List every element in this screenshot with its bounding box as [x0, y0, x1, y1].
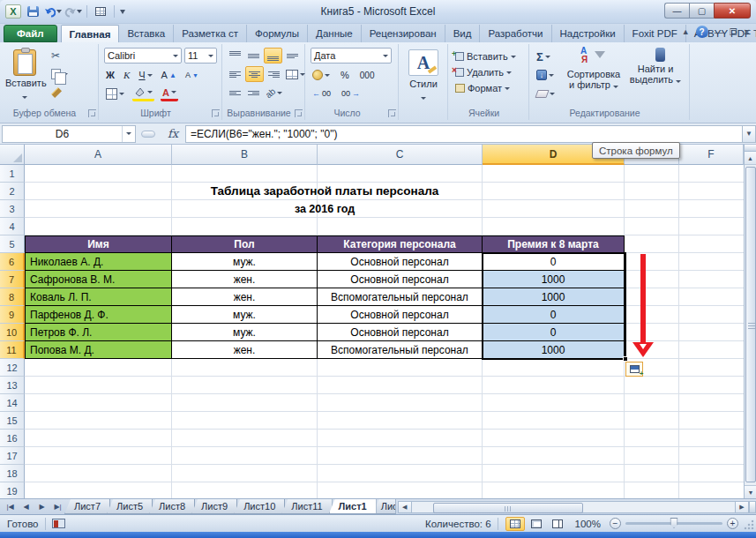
last-sheet-icon[interactable]: ▶|	[50, 501, 65, 513]
maximize-button[interactable]: ▢	[689, 3, 714, 19]
paste-button[interactable]: Вставить	[5, 48, 44, 106]
align-middle-button[interactable]	[245, 48, 262, 64]
clear-button[interactable]	[535, 86, 557, 101]
cell-a11[interactable]: Попова М. Д.	[25, 341, 172, 359]
ribbon-tab-Файл[interactable]: Файл	[4, 25, 57, 42]
row-header-17[interactable]: 17	[0, 447, 25, 465]
fill-color-button[interactable]	[132, 86, 154, 101]
row-header-1[interactable]: 1	[0, 165, 25, 183]
orientation-button[interactable]: ab	[264, 85, 284, 101]
scroll-left-icon[interactable]: ◀	[398, 501, 412, 513]
merge-center-button[interactable]	[284, 66, 307, 82]
ribbon-tab-Главная[interactable]: Главная	[61, 25, 120, 42]
font-color-button[interactable]: А	[161, 86, 178, 101]
number-dialog-launcher[interactable]	[388, 109, 396, 117]
font-name-select[interactable]: Calibri	[104, 48, 182, 64]
row-header-2[interactable]: 2	[0, 183, 25, 200]
cell-c9[interactable]: Основной персонал	[318, 306, 483, 324]
doc-restore-icon[interactable]: ❐	[730, 27, 737, 37]
ribbon-tab-Данные[interactable]: Данные	[308, 25, 362, 42]
zoom-level[interactable]: 100%	[575, 519, 601, 529]
italic-button[interactable]: К	[122, 67, 131, 83]
align-bottom-button[interactable]	[264, 48, 282, 64]
name-box-dropdown-icon[interactable]	[122, 126, 135, 142]
ribbon-tab-Рецензирован[interactable]: Рецензирован	[362, 25, 445, 42]
expand-formula-bar-icon[interactable]: ▼	[742, 125, 756, 143]
minimize-button[interactable]: —	[664, 3, 689, 19]
decrease-decimal-button[interactable]: 00→	[340, 86, 362, 101]
shrink-font-button[interactable]: А▼	[183, 67, 200, 83]
percent-button[interactable]: %	[339, 67, 351, 83]
formula-input[interactable]: =ЕСЛИ(B6="жен."; "1000"; "0")	[185, 125, 742, 143]
clipboard-dialog-launcher[interactable]	[88, 109, 96, 117]
cell-a10[interactable]: Петров Ф. Л.	[25, 324, 172, 341]
column-header-B[interactable]: B	[172, 145, 318, 165]
cell-c8[interactable]: Вспомогательный персонал	[318, 288, 483, 306]
macro-record-icon[interactable]	[52, 519, 65, 528]
sheet-tab-Лист8[interactable]: Лист8	[149, 499, 195, 514]
ribbon-tab-Надстройки[interactable]: Надстройки	[552, 25, 625, 42]
paste-dropdown-icon[interactable]	[22, 96, 27, 99]
zoom-track[interactable]	[625, 522, 722, 525]
grow-font-button[interactable]: А▲	[160, 67, 178, 83]
row-header-10[interactable]: 10	[0, 324, 25, 341]
row-header-9[interactable]: 9	[0, 306, 25, 324]
cell-d8[interactable]: 1000	[483, 288, 625, 306]
ribbon-tab-Разработчи[interactable]: Разработчи	[480, 25, 551, 42]
cell-b9[interactable]: муж.	[172, 306, 318, 324]
cell-a6[interactable]: Николаев А. Д.	[25, 253, 172, 271]
number-format-select[interactable]: Дата	[311, 48, 392, 64]
horizontal-split-handle[interactable]	[749, 501, 756, 513]
zoom-thumb[interactable]	[670, 518, 678, 528]
resize-grip[interactable]	[743, 519, 754, 530]
cell-c10[interactable]: Основной персонал	[318, 324, 483, 341]
row-header-16[interactable]: 16	[0, 430, 25, 447]
zoom-in-button[interactable]: +	[727, 518, 738, 529]
row-header-7[interactable]: 7	[0, 271, 25, 288]
row-header-19[interactable]: 19	[0, 482, 25, 500]
sort-filter-button[interactable]: А Я Сортировкаи фильтр	[565, 48, 623, 90]
cell-b10[interactable]: муж.	[172, 324, 318, 341]
cell-d9[interactable]: 0	[483, 306, 625, 324]
row-header-6[interactable]: 6	[0, 253, 25, 271]
fill-button[interactable]: ↓	[535, 67, 557, 83]
header-category[interactable]: Категория персонала	[318, 235, 483, 253]
align-center-button[interactable]	[245, 66, 264, 82]
cell-b8[interactable]: жен.	[172, 288, 318, 306]
ribbon-tab-Разметка ст[interactable]: Разметка ст	[174, 25, 247, 42]
cell-d10[interactable]: 0	[483, 324, 625, 341]
row-header-18[interactable]: 18	[0, 465, 25, 482]
currency-button[interactable]	[311, 67, 332, 83]
increase-indent-button[interactable]	[245, 85, 262, 101]
align-left-button[interactable]	[227, 66, 243, 82]
row-header-5[interactable]: 5	[0, 235, 25, 253]
zoom-out-button[interactable]: −	[610, 518, 621, 529]
header-gender[interactable]: Пол	[172, 235, 318, 253]
row-header-3[interactable]: 3	[0, 200, 25, 218]
column-header-F[interactable]: F	[679, 145, 744, 165]
font-dialog-launcher[interactable]	[212, 109, 220, 117]
name-box[interactable]: D6	[2, 125, 136, 143]
normal-view-button[interactable]	[505, 517, 525, 531]
doc-minimize-icon[interactable]: —	[715, 27, 723, 37]
row-header-13[interactable]: 13	[0, 377, 25, 394]
close-button[interactable]: ✕	[714, 3, 751, 19]
column-header-C[interactable]: C	[318, 145, 483, 165]
sheet-tab-Лист11[interactable]: Лист11	[281, 499, 332, 514]
header-name[interactable]: Имя	[25, 235, 172, 253]
insert-function-button[interactable]: fx	[161, 127, 185, 140]
prev-sheet-icon[interactable]: ◀	[19, 501, 34, 513]
column-header-A[interactable]: A	[25, 145, 172, 165]
align-right-button[interactable]	[266, 66, 282, 82]
delete-cells-button[interactable]: Удалить	[455, 64, 516, 80]
ribbon-tab-Вид[interactable]: Вид	[445, 25, 481, 42]
increase-decimal-button[interactable]: ←00	[311, 86, 333, 101]
sheet-tab-Лист7[interactable]: Лист7	[64, 499, 110, 514]
ribbon-tab-Foxit PDF[interactable]: Foxit PDF	[625, 25, 686, 42]
cell-c7[interactable]: Основной персонал	[318, 271, 483, 288]
cell-b7[interactable]: жен.	[172, 271, 318, 288]
scroll-up-icon[interactable]: ▲	[745, 152, 756, 165]
cell-d6-active[interactable]: 0	[483, 253, 625, 271]
cut-button[interactable]: ✂	[49, 48, 70, 64]
row-header-12[interactable]: 12	[0, 359, 25, 377]
